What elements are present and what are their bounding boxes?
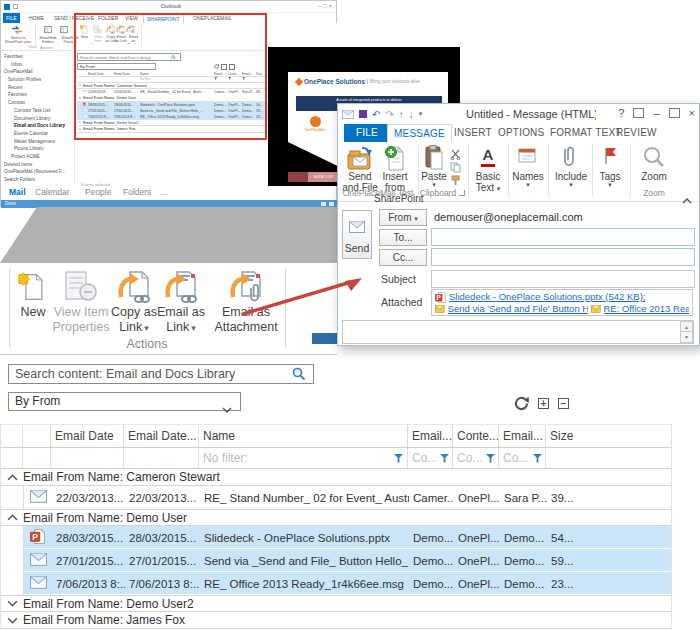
to-button[interactable]: To... xyxy=(379,229,427,246)
column-header-name[interactable]: Name xyxy=(199,425,408,447)
email-filter[interactable]: Co... xyxy=(408,448,453,468)
show-hide-folders-icon[interactable] xyxy=(44,26,52,33)
sidebar-item[interactable]: Contoso xyxy=(1,99,74,107)
group-row-cameron-stewart[interactable]: Email From Name: Cameron Stewart xyxy=(1,469,671,486)
message-tab-review[interactable]: REVIEW xyxy=(610,124,663,142)
message-tab-options[interactable]: OPTIONS xyxy=(492,124,550,142)
column-header-size[interactable]: Size xyxy=(546,425,671,447)
outlook-tab-file[interactable]: FILE xyxy=(3,13,20,23)
content-filter[interactable]: Co... xyxy=(453,448,499,468)
sidebar-item[interactable]: Inbox xyxy=(1,61,74,69)
to-input[interactable] xyxy=(431,228,695,246)
search-input[interactable]: Search content: Email and Docs Library xyxy=(8,364,314,384)
basic-text-icon[interactable]: A xyxy=(478,147,498,167)
table-row-selected[interactable]: 27/01/2015... 27/01/2015... Send via _Se… xyxy=(1,549,671,572)
refresh-icon[interactable] xyxy=(514,396,529,411)
group-row-james-fox[interactable]: Email From Name: James Fox xyxy=(1,612,671,629)
qat-customize-icon[interactable]: ▾ xyxy=(419,110,423,118)
attach-file-icon[interactable] xyxy=(560,145,576,171)
paste-button[interactable]: Paste▾ xyxy=(416,171,452,188)
expand-group-icon[interactable] xyxy=(1,617,23,624)
sidebar-item[interactable]: Search Folders xyxy=(1,176,74,184)
table-row[interactable]: 22/03/2013... 22/03/2013... RE_ Stand Nu… xyxy=(1,486,671,509)
group-row-demo-user[interactable]: Email From Name: Demo User xyxy=(1,509,671,526)
sidebar-item[interactable]: Events Calendar xyxy=(1,130,74,138)
redo-icon[interactable]: ↷ xyxy=(385,109,393,120)
names-icon[interactable] xyxy=(518,148,536,167)
status-icon[interactable] xyxy=(329,202,334,206)
nav-mail[interactable]: Mail xyxy=(9,187,26,197)
table-row-selected[interactable]: 7/06/2013 8:... 7/06/2013 8:... RE_ Offi… xyxy=(1,572,671,595)
minimize-icon[interactable]: – xyxy=(653,107,659,119)
sidebar-item[interactable]: OnePlaceMail (Recovered F... xyxy=(1,168,74,176)
message-tab-message[interactable]: MESSAGE xyxy=(387,124,452,143)
expand-group-icon[interactable] xyxy=(1,600,23,607)
email2-filter[interactable]: Co... xyxy=(499,448,546,468)
show-hide-preview-icon[interactable] xyxy=(60,26,68,33)
email-as-link-button[interactable]: Email as Link xyxy=(154,265,208,336)
message-tab-insert[interactable]: INSERT xyxy=(448,124,498,142)
down-arrow-icon[interactable]: ↓ xyxy=(409,109,414,120)
sidebar-item[interactable]: Favorites xyxy=(1,91,74,99)
from-button[interactable]: From ▾ xyxy=(379,209,427,226)
sidebar-item[interactable]: Recent xyxy=(1,84,74,92)
column-header-email-date2[interactable]: Email Date... xyxy=(124,425,199,447)
nav-calendar[interactable]: Calendar xyxy=(35,187,70,197)
switch-to-sharepoint-icon[interactable] xyxy=(11,25,23,36)
subject-input[interactable] xyxy=(431,270,695,288)
collapse-group-icon[interactable] xyxy=(1,474,23,481)
nav-people[interactable]: People xyxy=(85,187,111,197)
new-button[interactable]: New xyxy=(13,265,53,320)
close-icon[interactable]: × xyxy=(689,107,695,119)
window-controls-icon[interactable]: – □ × xyxy=(318,3,332,9)
column-header-email-date[interactable]: Email Date xyxy=(51,425,124,447)
collapse-group-icon[interactable] xyxy=(1,514,23,521)
cc-input[interactable] xyxy=(431,248,695,266)
sidebar-item[interactable]: Picture Library xyxy=(1,145,74,153)
sidebar-item-email-and-docs-library[interactable]: Email and Docs Library xyxy=(1,122,74,130)
attachment-email-2[interactable]: RE: Office 2013 Ready xyxy=(604,303,690,315)
column-header-email2[interactable]: Email... xyxy=(499,425,546,447)
save-icon[interactable] xyxy=(13,4,18,9)
nav-more[interactable]: ... xyxy=(161,187,168,197)
clipboard-dialog-launcher-icon[interactable] xyxy=(459,190,465,196)
sidebar-item[interactable]: Solution Profiles xyxy=(1,76,74,84)
scroll-down-icon[interactable]: ▼ xyxy=(680,331,693,343)
message-body[interactable]: ▲ ▼ xyxy=(342,320,694,344)
save-icon[interactable] xyxy=(359,110,367,118)
up-arrow-icon[interactable]: ↑ xyxy=(399,109,404,120)
expand-all-icon[interactable]: + xyxy=(538,398,549,409)
status-icon[interactable] xyxy=(321,202,326,206)
show-hide-folders-button[interactable]: Show/Hide Folders xyxy=(37,36,59,44)
ribbon-options-icon[interactable] xyxy=(633,108,644,118)
chevron-down-icon[interactable] xyxy=(222,399,232,417)
send-button[interactable]: Send xyxy=(342,210,372,259)
attachment-email-1[interactable]: Send via 'Send and File' Button Hello; xyxy=(448,303,588,315)
group-row-demo-user2[interactable]: Email From Name: Demo User2 xyxy=(1,595,671,612)
sidebar-item[interactable]: OnePlaceMail xyxy=(1,68,74,76)
name-filter[interactable]: No filter: xyxy=(199,448,408,468)
column-header-email[interactable]: Email... xyxy=(408,425,453,447)
basic-text-button[interactable]: BasicText ▾ xyxy=(471,171,505,193)
undo-icon[interactable]: ↶ xyxy=(372,109,380,120)
sidebar-item[interactable]: Favorites xyxy=(1,53,74,61)
copy-as-link-button[interactable]: Copy as Link xyxy=(107,265,161,336)
maximize-icon[interactable] xyxy=(669,108,680,118)
include-button[interactable]: Include▾ xyxy=(552,171,590,188)
help-icon[interactable]: ? xyxy=(618,107,624,119)
tags-button[interactable]: Tags▾ xyxy=(594,171,626,188)
message-tab-file[interactable]: FILE xyxy=(344,124,390,142)
names-button[interactable]: Names▾ xyxy=(510,171,546,188)
switch-to-sharepoint-button[interactable]: Switch to SharePoint view xyxy=(2,36,34,44)
outlook-tab-home[interactable]: HOME xyxy=(26,13,47,23)
sidebar-item[interactable]: Deleted Items xyxy=(1,161,74,169)
sidebar-item[interactable]: Contoso Task List xyxy=(1,107,74,115)
table-row-selected[interactable]: 28/03/2015... 28/03/2015... Slidedeck - … xyxy=(1,526,671,549)
sidebar-item[interactable]: Project ACME xyxy=(1,153,74,161)
view-dropdown[interactable]: By From xyxy=(8,392,241,411)
search-icon[interactable] xyxy=(292,367,306,385)
nav-folders[interactable]: Folders xyxy=(123,187,151,197)
attachment-pptx[interactable]: Slidedeck - OnePlace Solutions.pptx (542… xyxy=(449,291,645,303)
sidebar-item[interactable]: Document Library xyxy=(1,115,74,123)
follow-up-flag-icon[interactable] xyxy=(602,146,618,170)
